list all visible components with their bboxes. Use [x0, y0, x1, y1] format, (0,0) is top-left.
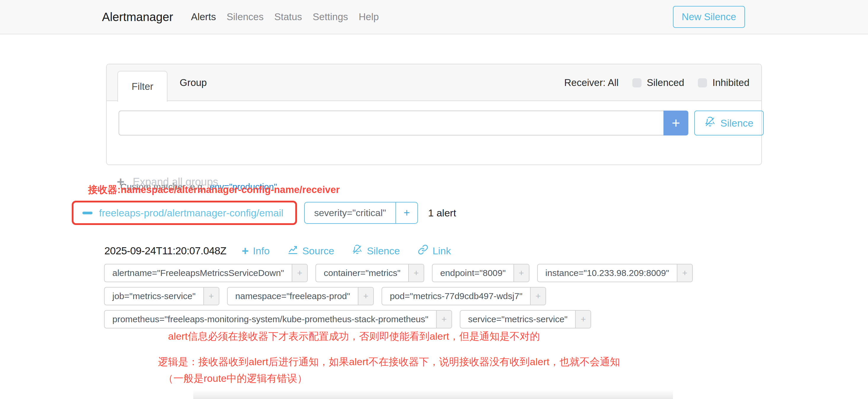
label-text: instance="10.233.98.209:8009": [538, 265, 677, 282]
label-chip-pod: pod="metrics-77d9cdb497-wdsj7" +: [381, 287, 546, 305]
alert-actions: + Info Source Silence: [242, 244, 451, 257]
nav-item-settings[interactable]: Settings: [307, 11, 353, 23]
alert-labels-row-1: alertname="FreeleapsMetricsServiceDown" …: [104, 264, 693, 282]
label-add-filter-button[interactable]: +: [575, 311, 591, 328]
group-matcher-text: severity="critical": [305, 203, 396, 223]
alert-source-link[interactable]: Source: [287, 244, 334, 257]
alert-silence-link[interactable]: Silence: [352, 244, 400, 257]
label-chip-instance: instance="10.233.98.209:8009" +: [537, 264, 693, 282]
navbar: Alertmanager Alerts Silences Status Sett…: [0, 0, 868, 34]
filter-card-header: Filter Group Receiver: All Silenced Inhi…: [107, 64, 761, 101]
label-text: alertname="FreeleapsMetricsServiceDown": [105, 265, 292, 282]
receiver-group-row: freeleaps-prod/alertmanager-config/email…: [72, 201, 456, 225]
silenced-toggle-group: Silenced: [632, 77, 684, 88]
nav-item-help[interactable]: Help: [353, 11, 384, 23]
annotation-highlight-box: freeleaps-prod/alertmanager-config/email: [72, 201, 297, 225]
nav-item-silences[interactable]: Silences: [221, 11, 269, 23]
tab-group[interactable]: Group: [180, 64, 207, 101]
silence-filter-button[interactable]: Silence: [694, 111, 764, 135]
label-add-filter-button[interactable]: +: [358, 287, 373, 305]
label-chip-endpoint: endpoint="8009" +: [432, 264, 529, 282]
filter-card-body: + Silence Custom matcher, e.g. env="prod…: [107, 101, 761, 165]
inhibited-toggle-group: Inhibited: [698, 77, 749, 88]
group-matcher-chip: severity="critical" +: [304, 202, 418, 224]
main-nav: Alerts Silences Status Settings Help: [186, 11, 384, 23]
alert-source-label: Source: [302, 245, 334, 257]
link-icon: [418, 244, 428, 257]
navbar-inner: Alertmanager Alerts Silences Status Sett…: [102, 0, 745, 34]
label-text: container="metrics": [316, 265, 408, 282]
alert-header-row: 2025-09-24T11:20:07.048Z + Info Source: [104, 243, 451, 259]
filter-header-controls: Receiver: All Silenced Inhibited: [564, 64, 749, 101]
filter-card: Filter Group Receiver: All Silenced Inhi…: [106, 64, 762, 165]
chart-line-icon: [287, 244, 298, 257]
label-chip-service: service="metrics-service" +: [460, 310, 591, 329]
add-matcher-button[interactable]: +: [663, 111, 688, 135]
inhibited-label: Inhibited: [712, 77, 749, 88]
page-bottom-shadow: [193, 390, 673, 399]
label-add-filter-button[interactable]: +: [408, 265, 424, 282]
silenced-label: Silenced: [647, 77, 684, 88]
alert-info-link[interactable]: + Info: [242, 245, 270, 257]
annotation-route-note: （一般是route中的逻辑有错误）: [163, 372, 307, 386]
alert-timestamp: 2025-09-24T11:20:07.048Z: [104, 245, 226, 257]
silence-filter-label: Silence: [720, 117, 753, 129]
label-add-filter-button[interactable]: +: [514, 265, 529, 282]
label-add-filter-button[interactable]: +: [677, 265, 692, 282]
bell-slash-icon: [704, 116, 716, 130]
group-alert-count: 1 alert: [428, 207, 456, 219]
silenced-checkbox[interactable]: [632, 78, 642, 87]
label-text: endpoint="8009": [433, 265, 514, 282]
nav-item-alerts[interactable]: Alerts: [186, 11, 221, 23]
annotation-config-note: alert信息必须在接收器下才表示配置成功，否则即使能看到alert，但是通知是…: [168, 330, 540, 343]
new-silence-button[interactable]: New Silence: [673, 6, 745, 28]
annotation-receiver-note: 接收器:namespace/altermanager-config-name/r…: [88, 183, 340, 196]
label-text: namespace="freeleaps-prod": [228, 287, 358, 305]
plus-icon: +: [242, 245, 249, 257]
alert-permalink[interactable]: Link: [418, 244, 451, 257]
label-add-filter-button[interactable]: +: [436, 311, 452, 328]
alert-labels-row-3: prometheus="freeleaps-monitoring-system/…: [104, 310, 591, 329]
alert-link-label: Link: [433, 245, 451, 257]
tab-filter[interactable]: Filter: [117, 71, 167, 102]
nav-item-status[interactable]: Status: [269, 11, 307, 23]
label-chip-namespace: namespace="freeleaps-prod" +: [227, 287, 374, 305]
bell-slash-icon: [352, 244, 363, 257]
label-chip-alertname: alertname="FreeleapsMetricsServiceDown" …: [104, 264, 308, 282]
label-add-filter-button[interactable]: +: [530, 287, 546, 305]
label-chip-container: container="metrics" +: [315, 264, 424, 282]
alert-info-label: Info: [253, 245, 270, 257]
receiver-group-link[interactable]: freeleaps-prod/alertmanager-config/email: [99, 207, 283, 219]
label-chip-prometheus: prometheus="freeleaps-monitoring-system/…: [104, 310, 452, 329]
collapse-group-icon[interactable]: [83, 212, 92, 214]
receiver-selector[interactable]: Receiver: All: [564, 77, 618, 88]
alert-labels-row-2: job="metrics-service" + namespace="freel…: [104, 287, 546, 305]
matcher-input-row: + Silence: [119, 111, 764, 135]
label-chip-job: job="metrics-service" +: [104, 287, 219, 305]
alert-silence-label: Silence: [367, 245, 400, 257]
label-add-filter-button[interactable]: +: [204, 287, 219, 305]
label-text: pod="metrics-77d9cdb497-wdsj7": [382, 287, 530, 305]
label-text: prometheus="freeleaps-monitoring-system/…: [105, 311, 436, 328]
label-text: service="metrics-service": [460, 311, 576, 328]
annotation-logic-note: 逻辑是：接收器收到alert后进行通知，如果alert不在接收器下，说明接收器没…: [158, 355, 620, 369]
app-brand: Alertmanager: [102, 10, 173, 24]
label-text: job="metrics-service": [105, 287, 204, 305]
inhibited-checkbox[interactable]: [698, 78, 707, 87]
matcher-input[interactable]: [119, 111, 664, 135]
label-add-filter-button[interactable]: +: [292, 265, 307, 282]
group-matcher-add-button[interactable]: +: [396, 203, 417, 223]
